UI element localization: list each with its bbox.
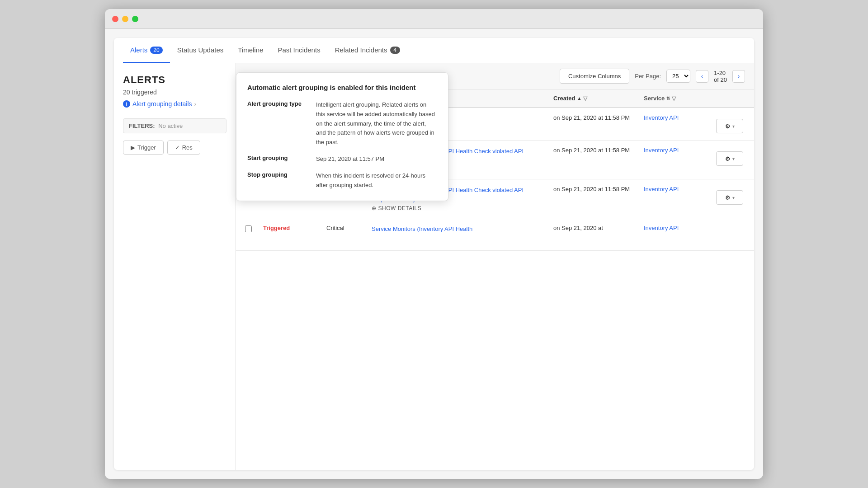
row4-actions	[712, 218, 749, 231]
row1-service: Inventory API	[640, 108, 712, 127]
start-grouping-value: Sep 21, 2020 at 11:57 PM	[316, 155, 437, 164]
service-sort-icon[interactable]: ⇅	[666, 96, 670, 101]
trigger-button[interactable]: ▶ Trigger	[123, 141, 164, 155]
row1-actions: ⚙ ▾	[712, 108, 749, 140]
customize-columns-button[interactable]: Customize Columns	[560, 69, 629, 84]
stop-grouping-value: When this incident is resolved or 24-hou…	[316, 171, 437, 190]
row3-service: Inventory API	[640, 179, 712, 199]
row3-created: on Sep 21, 2020 at 11:58 PM	[550, 179, 640, 199]
row1-created: on Sep 21, 2020 at 11:58 PM	[550, 108, 640, 127]
row4-checkbox-cell	[241, 218, 259, 239]
row4-checkbox[interactable]	[245, 225, 252, 232]
minimize-button[interactable]	[122, 16, 128, 22]
chevron-right-icon: ›	[194, 100, 197, 108]
row3-actions: ⚙ ▾	[712, 179, 749, 211]
row2-actions: ⚙ ▾	[712, 141, 749, 172]
tabs-bar: Alerts 20 Status Updates Timeline Past I…	[114, 38, 754, 63]
row4-service: Inventory API	[640, 218, 712, 238]
check-icon: ✓	[175, 144, 180, 151]
per-page-select[interactable]: 25	[666, 70, 690, 83]
row2-service: Inventory API	[640, 141, 712, 160]
left-panel: ALERTS 20 triggered i Alert grouping det…	[114, 63, 236, 470]
row3-show-details[interactable]: ⊕ SHOW DETAILS	[372, 205, 546, 211]
row4-details: Service Monitors (Inventory API Health	[368, 218, 550, 240]
alerts-count: 20 triggered	[123, 89, 226, 96]
popover-grid: Alert grouping type Intelligent alert gr…	[247, 100, 437, 190]
related-incidents-badge: 4	[390, 47, 400, 54]
info-icon: i	[123, 100, 130, 108]
alert-grouping-popover: Automatic alert grouping is enabled for …	[236, 72, 448, 201]
row1-service-link[interactable]: Inventory API	[644, 114, 679, 121]
service-filter-icon[interactable]: ▽	[672, 95, 676, 102]
titlebar	[105, 9, 763, 29]
row4-status: Triggered	[259, 218, 323, 238]
tab-past-incidents[interactable]: Past Incidents	[270, 38, 327, 63]
th-actions	[712, 89, 749, 107]
gear-icon: ⚙	[725, 123, 731, 130]
resolve-button[interactable]: ✓ Res	[167, 141, 200, 155]
gear-icon: ⚙	[725, 155, 731, 162]
action-buttons: ▶ Trigger ✓ Res	[123, 141, 226, 155]
row4-created: on Sep 21, 2020 at	[550, 218, 640, 238]
gear-icon: ⚙	[725, 194, 731, 201]
created-sort-icon[interactable]: ▲	[577, 96, 581, 101]
tab-related-incidents[interactable]: Related Incidents 4	[328, 38, 407, 63]
maximize-button[interactable]	[132, 16, 138, 22]
th-service: Service ⇅ ▽	[640, 89, 712, 107]
grouping-type-value: Intelligent alert grouping. Related aler…	[316, 100, 437, 147]
row4-alert-link[interactable]: Service Monitors (Inventory API Health	[372, 225, 472, 232]
row1-gear-button[interactable]: ⚙ ▾	[716, 119, 743, 133]
main-area: ALERTS 20 triggered i Alert grouping det…	[114, 63, 754, 470]
per-page-label: Per Page:	[635, 73, 661, 80]
tab-timeline[interactable]: Timeline	[231, 38, 270, 63]
popover-title: Automatic alert grouping is enabled for …	[247, 84, 437, 91]
play-icon: ▶	[131, 144, 135, 151]
filters-row: FILTERS: No active	[123, 118, 226, 133]
row2-service-link[interactable]: Inventory API	[644, 147, 679, 154]
created-filter-icon[interactable]: ▽	[583, 95, 587, 102]
pagination-info: 1-20 of 20	[714, 70, 727, 83]
row4-service-link[interactable]: Inventory API	[644, 225, 679, 231]
alerts-section-title: ALERTS	[123, 74, 226, 86]
stop-grouping-label: Stop grouping	[247, 171, 311, 190]
row2-created: on Sep 21, 2020 at 11:58 PM	[550, 141, 640, 160]
chevron-down-icon: ▾	[732, 195, 735, 200]
main-content: Alerts 20 Status Updates Timeline Past I…	[114, 38, 754, 470]
chevron-down-icon: ▾	[732, 156, 735, 161]
table-row: Triggered Critical Service Monitors (Inv…	[236, 218, 754, 251]
alerts-badge: 20	[150, 47, 162, 54]
tab-alerts[interactable]: Alerts 20	[123, 38, 170, 63]
prev-page-button[interactable]: ‹	[696, 70, 708, 83]
grouping-type-label: Alert grouping type	[247, 100, 311, 147]
row3-gear-button[interactable]: ⚙ ▾	[716, 190, 743, 205]
row2-gear-button[interactable]: ⚙ ▾	[716, 151, 743, 166]
start-grouping-label: Start grouping	[247, 155, 311, 164]
th-created: Created ▲ ▽	[550, 89, 640, 107]
tab-status-updates[interactable]: Status Updates	[170, 38, 231, 63]
close-button[interactable]	[112, 16, 118, 22]
row3-service-link[interactable]: Inventory API	[644, 186, 679, 192]
alert-grouping-link[interactable]: i Alert grouping details ›	[123, 100, 226, 108]
next-page-button[interactable]: ›	[732, 70, 745, 83]
row4-severity: Critical	[323, 218, 368, 238]
chevron-down-icon: ▾	[732, 124, 735, 129]
